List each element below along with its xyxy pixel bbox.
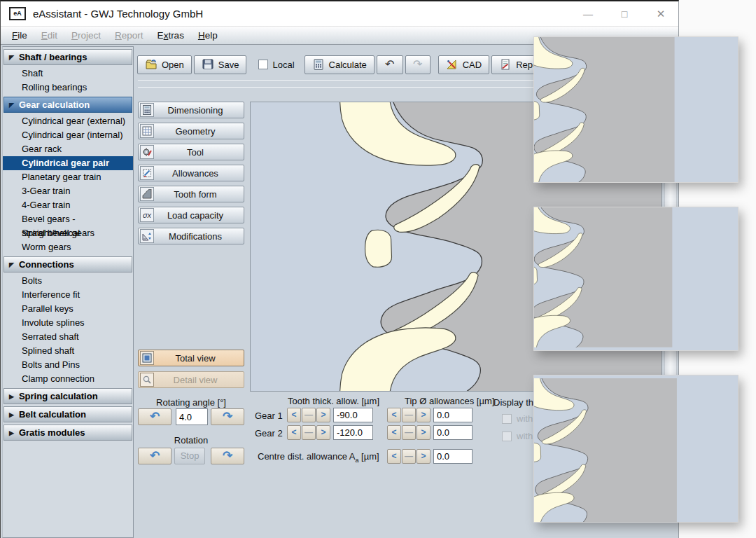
sidebar-item-clamp-connection[interactable]: Clamp connection bbox=[3, 372, 133, 386]
sidebar-item-shaft[interactable]: Shaft bbox=[3, 67, 133, 81]
detail-view-button: Detail view bbox=[138, 371, 244, 388]
allowances-button[interactable]: Allowances bbox=[138, 165, 244, 181]
window-title: eAssistant - GWJ Technology GmbH bbox=[33, 8, 203, 20]
sidebar-item-interference-fit[interactable]: Interference fit bbox=[3, 288, 133, 302]
tooth-form-label: Tooth form bbox=[154, 189, 237, 200]
total-view-label: Total view bbox=[154, 353, 237, 364]
sidebar-section-gear-calculation[interactable]: ◤Gear calculation bbox=[4, 97, 132, 113]
geometry-button[interactable]: Geometry bbox=[138, 123, 244, 139]
gear1-tip-inc-button[interactable]: > bbox=[416, 408, 430, 422]
screen: eA eAssistant - GWJ Technology GmbH — □ … bbox=[0, 0, 756, 538]
menu-report: Report bbox=[108, 30, 150, 41]
sidebar-section-label: Belt calculation bbox=[19, 409, 86, 420]
gear2-tt-inc-button[interactable]: > bbox=[316, 425, 330, 440]
modifications-button[interactable]: Modifications bbox=[138, 228, 244, 244]
allowances-icon bbox=[140, 166, 154, 180]
gear-detail-panel-1 bbox=[533, 36, 738, 183]
menu-file[interactable]: File bbox=[5, 30, 34, 41]
sidebar-item-worm-gears[interactable]: Worm gears bbox=[3, 240, 133, 254]
display-checkbox-2 bbox=[502, 432, 512, 441]
sidebar-item-bevel-gears-straight-helical[interactable]: Bevel gears - straight/helical bbox=[3, 212, 133, 226]
local-checkbox[interactable] bbox=[258, 60, 268, 69]
minimize-button[interactable]: — bbox=[576, 6, 600, 22]
local-label: Local bbox=[272, 60, 294, 70]
sidebar-item-serrated-shaft[interactable]: Serrated shaft bbox=[3, 330, 133, 344]
cad-label: CAD bbox=[463, 60, 482, 70]
rotating-angle-input[interactable] bbox=[176, 408, 208, 425]
centre-mid-button[interactable]: — bbox=[402, 449, 416, 464]
collapsed-triangle-icon: ▶ bbox=[9, 393, 14, 400]
centre-dist-input[interactable] bbox=[433, 449, 472, 464]
sidebar-item-cylindrical-gear-internal[interactable]: Cylindrical gear (internal) bbox=[3, 128, 133, 142]
gear1-tt-inc-button[interactable]: > bbox=[316, 408, 330, 422]
close-button[interactable]: ✕ bbox=[649, 6, 673, 22]
sidebar-section-label: Gratis modules bbox=[19, 427, 85, 438]
sidebar-item-cylindrical-gear-external[interactable]: Cylindrical gear (external) bbox=[3, 114, 133, 128]
sidebar-item-bolts-and-pins[interactable]: Bolts and Pins bbox=[3, 358, 133, 372]
sidebar-section-gratis-modules[interactable]: ▶Gratis modules bbox=[4, 425, 132, 441]
display-header: Display th bbox=[493, 397, 533, 408]
tooth-form-button[interactable]: Tooth form bbox=[138, 186, 244, 202]
rotate-step-ccw-button[interactable]: ↶ bbox=[138, 408, 172, 425]
total-view-button[interactable]: Total view bbox=[138, 350, 244, 366]
gear2-tip-dec-button[interactable]: < bbox=[387, 425, 401, 440]
gear1-tt-dec-button[interactable]: < bbox=[287, 408, 301, 422]
centre-dist-label: Centre dist. allowance Aa [µm] bbox=[258, 451, 379, 464]
sidebar-section-shaft-bearings[interactable]: ◤Shaft / bearings bbox=[4, 49, 132, 65]
load-capacity-button[interactable]: σx Load capacity bbox=[138, 207, 244, 223]
gear-detail-drawing-1 bbox=[534, 37, 738, 182]
sidebar-item-cylindrical-gear-pair[interactable]: Cylindrical gear pair bbox=[3, 156, 133, 170]
sidebar-section-connections[interactable]: ◤Connections bbox=[4, 256, 132, 273]
cad-button[interactable]: CAD bbox=[438, 55, 489, 74]
gear1-tt-mid-button[interactable]: — bbox=[302, 408, 316, 422]
gear1-tip-input[interactable] bbox=[433, 408, 472, 422]
sidebar-item-bolts[interactable]: Bolts bbox=[3, 274, 133, 288]
report-document-icon bbox=[499, 58, 512, 71]
local-checkbox-group[interactable]: Local bbox=[258, 60, 294, 70]
maximize-button[interactable]: □ bbox=[612, 6, 636, 22]
centre-inc-button[interactable]: > bbox=[416, 449, 430, 464]
dimensioning-icon bbox=[140, 103, 154, 117]
sidebar-item-spiral-bevel-gears[interactable]: Spiral bevel gears bbox=[3, 226, 133, 240]
sidebar-item-gear-rack[interactable]: Gear rack bbox=[3, 142, 133, 156]
sidebar-section-belt-calculation[interactable]: ▶Belt calculation bbox=[4, 406, 132, 422]
open-button[interactable]: Open bbox=[137, 55, 192, 74]
sidebar-item-involute-splines[interactable]: Involute splines bbox=[3, 316, 133, 330]
centre-dec-button[interactable]: < bbox=[387, 449, 401, 464]
sidebar-item-splined-shaft[interactable]: Splined shaft bbox=[3, 344, 133, 358]
menu-extras[interactable]: Extras bbox=[150, 30, 191, 41]
redo-button: ↷ bbox=[405, 55, 430, 74]
menu-help[interactable]: Help bbox=[191, 30, 225, 41]
rotation-ccw-button[interactable]: ↶ bbox=[138, 448, 172, 464]
gear1-tip-mid-button[interactable]: — bbox=[402, 408, 416, 422]
title-bar: eA eAssistant - GWJ Technology GmbH — □ … bbox=[1, 1, 678, 27]
undo-button[interactable]: ↶ bbox=[377, 55, 403, 74]
gear2-tip-inc-button[interactable]: > bbox=[416, 425, 430, 440]
rotation-cw-button[interactable]: ↷ bbox=[211, 448, 244, 464]
gear1-tip-dec-button[interactable]: < bbox=[387, 408, 401, 422]
modifications-label: Modifications bbox=[154, 231, 237, 242]
sidebar-item-4-gear-train[interactable]: 4-Gear train bbox=[3, 198, 133, 212]
gear-detail-drawing-3 bbox=[534, 375, 738, 522]
calculate-button[interactable]: Calculate bbox=[304, 55, 374, 74]
sidebar-item-rolling-bearings[interactable]: Rolling bearings bbox=[3, 81, 133, 95]
gear1-tooth-thick-input[interactable] bbox=[333, 408, 373, 422]
tool-button[interactable]: Tool bbox=[138, 144, 244, 160]
sidebar-item-3-gear-train[interactable]: 3-Gear train bbox=[3, 184, 133, 198]
sidebar-section-spring-calculation[interactable]: ▶Spring calculation bbox=[4, 388, 132, 404]
sidebar-item-parallel-keys[interactable]: Parallel keys bbox=[3, 302, 133, 316]
save-button[interactable]: Save bbox=[194, 55, 247, 74]
tip-allowances-header: Tip Ø allowances [µm] bbox=[405, 396, 494, 406]
rotate-step-cw-button[interactable]: ↷ bbox=[211, 408, 244, 425]
gear2-tooth-thick-input[interactable] bbox=[333, 425, 373, 440]
load-capacity-icon: σx bbox=[140, 208, 154, 222]
gear2-tip-input[interactable] bbox=[433, 425, 472, 440]
gear2-tt-dec-button[interactable]: < bbox=[287, 425, 301, 440]
sidebar-section-label: Spring calculation bbox=[19, 391, 98, 401]
gear2-tip-mid-button[interactable]: — bbox=[402, 425, 416, 440]
tooth-thick-header: Tooth thick. allow. [µm] bbox=[288, 396, 379, 406]
gear2-tt-mid-button[interactable]: — bbox=[302, 425, 316, 440]
collapsed-triangle-icon: ▶ bbox=[9, 411, 14, 418]
sidebar-item-planetary-gear-train[interactable]: Planetary gear train bbox=[3, 170, 133, 184]
dimensioning-button[interactable]: Dimensioning bbox=[138, 102, 244, 118]
